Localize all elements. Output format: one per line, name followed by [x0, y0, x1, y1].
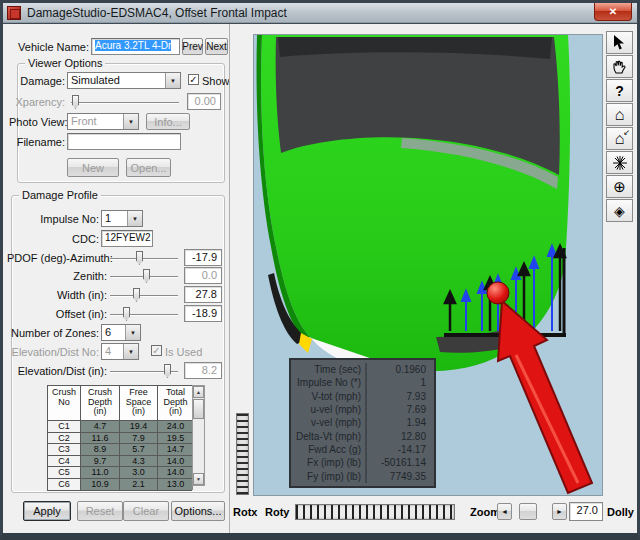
- reset-button[interactable]: Reset: [77, 501, 123, 521]
- photo-view-combo[interactable]: Front ▼: [67, 113, 139, 130]
- width-slider[interactable]: [110, 295, 178, 297]
- xparency-value[interactable]: 0.00: [187, 93, 221, 110]
- crush-cell[interactable]: 9.7: [81, 456, 119, 467]
- crush-table: Crush No Crush Depth (in) Free Space (in…: [47, 385, 192, 491]
- crush-cell[interactable]: 3.0: [120, 467, 157, 478]
- arrow-overlay-icon: ↙: [623, 128, 630, 137]
- width-value[interactable]: 27.8: [184, 286, 222, 303]
- photo-view-label: Photo View:: [9, 116, 65, 128]
- pan-hand-icon[interactable]: [606, 55, 633, 78]
- zoom-right-arrow-icon[interactable]: ►: [552, 503, 567, 520]
- damage-combo[interactable]: Simulated ▼: [67, 72, 181, 89]
- zones-combo[interactable]: 6 ▼: [101, 324, 141, 341]
- clear-button[interactable]: Clear: [123, 501, 169, 521]
- crush-cell[interactable]: 14.7: [158, 444, 193, 455]
- roty-thumbwheel[interactable]: [295, 504, 455, 520]
- pdof-value[interactable]: -17.9: [184, 249, 222, 266]
- crush-table-scrollbar[interactable]: ▲ ▼: [192, 385, 205, 486]
- app-window: DamageStudio-EDSMAC4, Offset Frontal Imp…: [0, 0, 640, 540]
- set-home-view-icon[interactable]: ⌂ ↙: [606, 127, 633, 150]
- crush-table-header: Crush No: [48, 386, 80, 420]
- show-checkbox[interactable]: ✓: [188, 74, 199, 85]
- zoom-left-arrow-icon[interactable]: ◄: [497, 503, 512, 520]
- pdof-slider[interactable]: [110, 258, 178, 260]
- crush-cell[interactable]: 7.9: [120, 433, 157, 444]
- crush-table-header: Free Space (in): [120, 386, 157, 420]
- crush-cell[interactable]: 19.4: [120, 421, 157, 432]
- crush-cell[interactable]: 11.6: [81, 433, 119, 444]
- impulse-no-combo[interactable]: 1 ▼: [101, 210, 143, 227]
- scrollbar-thumb[interactable]: [193, 399, 204, 419]
- rotx-thumbwheel[interactable]: [236, 413, 249, 495]
- close-button[interactable]: ✕: [594, 3, 632, 21]
- apply-button[interactable]: Apply: [23, 501, 71, 521]
- damage-combo-value: Simulated: [71, 74, 164, 86]
- crush-cell[interactable]: 24.0: [158, 421, 193, 432]
- crush-cell[interactable]: 5.7: [120, 444, 157, 455]
- telemetry-value: 12.80: [365, 430, 432, 443]
- title-bar[interactable]: DamageStudio-EDSMAC4, Offset Frontal Imp…: [3, 3, 637, 23]
- crush-row-label: C6: [48, 479, 80, 490]
- crush-cell[interactable]: 2.1: [120, 479, 157, 490]
- telemetry-label: u-vel (mph): [291, 403, 365, 416]
- help-icon[interactable]: ?: [606, 79, 633, 102]
- view-cube-icon[interactable]: ◈: [606, 199, 633, 222]
- telemetry-overlay: Time (sec)0.1960 Impulse No (*)1 V-tot (…: [289, 358, 436, 488]
- open-button[interactable]: Open...: [126, 158, 171, 177]
- crush-cell[interactable]: 13.0: [158, 479, 193, 490]
- zoom-burst-icon[interactable]: [606, 151, 633, 174]
- chevron-down-icon[interactable]: ▼: [123, 344, 138, 359]
- options-button[interactable]: Options...: [171, 501, 225, 521]
- scroll-up-icon[interactable]: ▲: [193, 386, 204, 398]
- crush-cell[interactable]: 11.0: [81, 467, 119, 478]
- crush-cell[interactable]: 19.5: [158, 433, 193, 444]
- new-button[interactable]: New: [67, 158, 119, 177]
- is-used-checkbox[interactable]: ✓: [151, 345, 162, 356]
- crush-cell[interactable]: 4.7: [81, 421, 119, 432]
- rotx-label: Rotx: [233, 506, 257, 518]
- crush-cell[interactable]: 8.9: [81, 444, 119, 455]
- chevron-down-icon[interactable]: ▼: [123, 114, 138, 129]
- offset-value[interactable]: -18.9: [184, 305, 222, 322]
- zones-value: 6: [105, 326, 124, 338]
- next-button[interactable]: Next: [205, 38, 228, 55]
- chevron-down-icon[interactable]: ▼: [127, 211, 142, 226]
- offset-slider[interactable]: [110, 314, 178, 316]
- vehicle-name-input[interactable]: Acura 3.2TL 4-Dr: [91, 38, 180, 55]
- dolly-label: Dolly: [607, 506, 634, 518]
- seek-center-icon[interactable]: ⊕: [606, 175, 633, 198]
- crush-table-header: Crush Depth (in): [81, 386, 119, 420]
- crush-cell[interactable]: 10.9: [81, 479, 119, 490]
- offset-label: Offset (in):: [7, 308, 107, 320]
- zenith-value[interactable]: 0.0: [184, 267, 222, 284]
- panel-divider: [229, 24, 230, 533]
- crush-row-label: C4: [48, 456, 80, 467]
- elevation-no-combo[interactable]: 4 ▼: [101, 343, 139, 360]
- xparency-slider[interactable]: [71, 102, 179, 104]
- telemetry-value: 0.1960: [365, 363, 432, 376]
- pointer-icon[interactable]: [606, 31, 633, 54]
- chevron-down-icon[interactable]: ▼: [125, 325, 140, 340]
- filename-input[interactable]: [67, 133, 181, 150]
- telemetry-value: 1.94: [365, 416, 432, 429]
- crush-cell[interactable]: 14.0: [158, 467, 193, 478]
- crush-cell[interactable]: 4.3: [120, 456, 157, 467]
- zoom-value[interactable]: 27.0: [569, 502, 603, 521]
- crush-row-label: C2: [48, 433, 80, 444]
- zoom-slider-thumb[interactable]: [519, 503, 537, 520]
- crush-cell[interactable]: 14.0: [158, 456, 193, 467]
- info-button[interactable]: Info...: [146, 113, 190, 130]
- xparency-label: Xparency:: [9, 96, 65, 108]
- telemetry-value: 1: [365, 376, 432, 389]
- telemetry-label: Fwd Acc (g): [291, 443, 365, 456]
- chevron-down-icon[interactable]: ▼: [165, 73, 180, 88]
- elevation-dist-value[interactable]: 8.2: [184, 362, 222, 379]
- render-canvas-3d[interactable]: Time (sec)0.1960 Impulse No (*)1 V-tot (…: [253, 34, 603, 496]
- window-title: DamageStudio-EDSMAC4, Offset Frontal Imp…: [27, 6, 287, 20]
- scroll-down-icon[interactable]: ▼: [193, 473, 204, 485]
- zoom-label: Zoom: [470, 506, 500, 518]
- prev-button[interactable]: Prev: [182, 38, 203, 55]
- cdc-input[interactable]: 12FYEW2: [101, 230, 153, 247]
- telemetry-value: 7.93: [365, 390, 432, 403]
- home-view-icon[interactable]: ⌂: [606, 103, 633, 126]
